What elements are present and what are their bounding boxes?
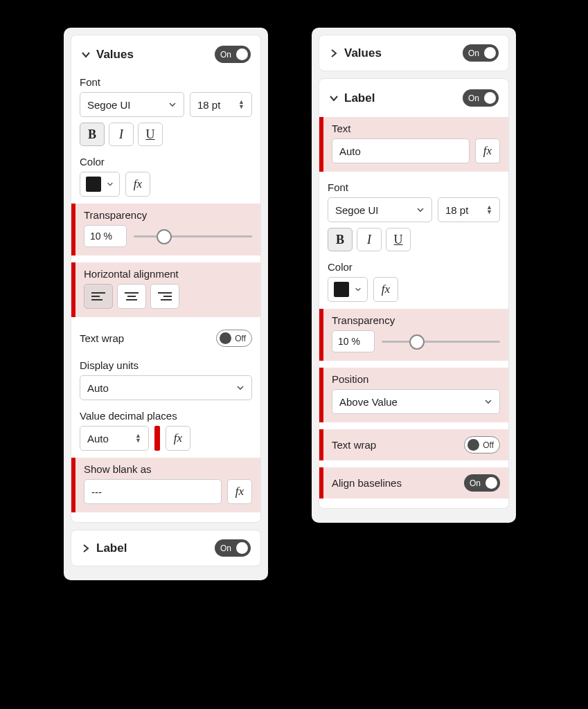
decimal-places-spinner[interactable]: Auto ▲▼ — [80, 426, 149, 451]
align-baselines-toggle[interactable]: On — [464, 474, 500, 492]
format-panel-1: Values On Font Segoe UI 18 pt ▲▼ B I U C… — [64, 28, 268, 580]
values-toggle[interactable]: On — [463, 44, 499, 62]
font-size-spinner[interactable]: 18 pt ▲▼ — [438, 197, 500, 222]
display-units-dropdown[interactable]: Auto — [80, 375, 252, 400]
spinner-buttons[interactable]: ▲▼ — [135, 433, 141, 443]
values-title: Values — [344, 46, 382, 60]
text-input[interactable]: Auto — [332, 138, 470, 163]
chevron-down-icon — [329, 93, 339, 103]
chevron-down-icon — [107, 181, 114, 188]
color-picker[interactable] — [328, 277, 368, 302]
bold-button[interactable]: B — [328, 228, 353, 251]
transparency-value[interactable]: 10 % — [332, 330, 375, 352]
font-family-dropdown[interactable]: Segoe UI — [80, 92, 184, 117]
text-wrap-toggle[interactable]: Off — [464, 436, 500, 454]
values-title: Values — [96, 48, 134, 62]
fx-button[interactable]: fx — [373, 277, 398, 302]
label-header[interactable]: Label On — [328, 86, 500, 110]
transparency-label: Transparency — [332, 314, 500, 326]
show-blank-as-label: Show blank as — [84, 463, 252, 475]
text-wrap-toggle[interactable]: Off — [216, 330, 252, 347]
chevron-down-icon — [484, 397, 492, 406]
italic-button[interactable]: I — [109, 123, 134, 146]
label-toggle[interactable]: On — [463, 89, 499, 107]
label-title: Label — [344, 91, 375, 105]
transparency-group: Transparency 10 % — [71, 204, 260, 255]
text-wrap-row: Text wrap Off — [77, 327, 255, 350]
align-left-button[interactable] — [84, 284, 113, 309]
label-header[interactable]: Label On — [80, 536, 252, 560]
bold-button[interactable]: B — [80, 123, 105, 146]
spinner-buttons[interactable]: ▲▼ — [238, 100, 244, 109]
italic-button[interactable]: I — [357, 228, 382, 251]
display-units-label: Display units — [80, 359, 252, 371]
spinner-buttons[interactable]: ▲▼ — [486, 205, 492, 215]
color-label: Color — [328, 261, 500, 273]
values-header[interactable]: Values On — [80, 42, 252, 66]
values-card: Values On Font Segoe UI 18 pt ▲▼ B I U C… — [71, 35, 261, 523]
transparency-value[interactable]: 10 % — [84, 225, 127, 247]
show-blank-as-group: Show blank as --- fx — [71, 458, 260, 512]
highlight-marker — [154, 426, 160, 451]
text-group: Text Auto fx — [319, 117, 508, 172]
underline-button[interactable]: U — [138, 123, 163, 146]
chevron-down-icon — [355, 286, 362, 293]
align-baselines-row: Align baselines On — [319, 467, 508, 499]
transparency-group: Transparency 10 % — [319, 309, 508, 361]
position-dropdown[interactable]: Above Value — [332, 389, 500, 414]
align-baselines-label: Align baselines — [332, 477, 402, 489]
text-wrap-label: Text wrap — [80, 332, 124, 344]
text-wrap-label: Text wrap — [332, 439, 376, 451]
transparency-slider[interactable] — [134, 229, 252, 243]
font-family-dropdown[interactable]: Segoe UI — [328, 197, 432, 222]
horizontal-alignment-group: Horizontal alignment — [71, 262, 260, 317]
color-label: Color — [80, 156, 252, 168]
text-label: Text — [332, 123, 500, 134]
font-size-spinner[interactable]: 18 pt ▲▼ — [190, 92, 252, 117]
chevron-down-icon — [236, 384, 244, 392]
position-label: Position — [332, 373, 500, 385]
color-swatch — [334, 282, 349, 297]
chevron-down-icon — [168, 100, 177, 109]
values-header[interactable]: Values On — [328, 41, 500, 65]
show-blank-as-input[interactable]: --- — [84, 479, 222, 504]
align-center-button[interactable] — [117, 284, 146, 309]
label-title: Label — [96, 541, 127, 555]
font-label: Font — [80, 76, 252, 88]
fx-button[interactable]: fx — [475, 138, 500, 163]
position-group: Position Above Value — [319, 368, 508, 422]
chevron-right-icon — [81, 544, 91, 553]
fx-button[interactable]: fx — [166, 426, 190, 451]
label-card-collapsed: Label On — [71, 530, 261, 566]
horizontal-alignment-label: Horizontal alignment — [84, 268, 252, 280]
chevron-down-icon — [81, 50, 91, 60]
align-right-button[interactable] — [150, 284, 179, 309]
underline-button[interactable]: U — [386, 228, 411, 251]
decimal-places-label: Value decimal places — [80, 410, 252, 422]
color-swatch — [86, 177, 101, 192]
transparency-label: Transparency — [84, 209, 252, 221]
values-card-collapsed: Values On — [319, 35, 509, 71]
color-picker[interactable] — [80, 172, 120, 197]
transparency-slider[interactable] — [382, 334, 500, 348]
fx-button[interactable]: fx — [125, 172, 150, 197]
fx-button[interactable]: fx — [227, 479, 252, 504]
label-toggle[interactable]: On — [215, 539, 251, 557]
font-label: Font — [328, 181, 500, 193]
format-panel-2: Values On Label On Text — [312, 28, 516, 523]
label-card: Label On Text Auto fx Font Segoe UI 18 p… — [319, 78, 509, 509]
values-toggle[interactable]: On — [215, 46, 251, 63]
text-wrap-row: Text wrap Off — [319, 429, 508, 460]
chevron-down-icon — [416, 206, 425, 214]
chevron-right-icon — [329, 48, 339, 58]
